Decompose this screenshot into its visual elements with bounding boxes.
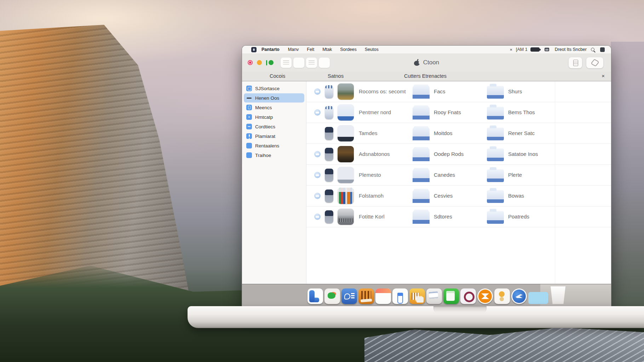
zoom-window-button[interactable] bbox=[269, 60, 274, 65]
menu-bar: Pantarto ManvFeltMtakSordeesSeutos × [AM… bbox=[242, 46, 611, 54]
folder-icon[interactable] bbox=[487, 107, 504, 119]
finder-dock-icon[interactable] bbox=[307, 288, 323, 304]
icloud-status-icon bbox=[314, 172, 321, 178]
sidebar-item-label: Plamiarat bbox=[255, 134, 275, 139]
menubar-tray-text: Dreot Its Sncber bbox=[555, 47, 587, 52]
apple-logo-icon bbox=[414, 59, 420, 66]
file-row-tamdes[interactable]: TamdesMoitdosRener Satc bbox=[306, 123, 611, 144]
window-title-bar: Ctoon bbox=[242, 53, 611, 72]
battery-icon[interactable] bbox=[530, 47, 540, 52]
toolbar-segment-button-1[interactable] bbox=[281, 58, 292, 68]
trash-dock-icon[interactable] bbox=[550, 286, 567, 304]
list-view-button[interactable] bbox=[569, 57, 582, 68]
close-window-button[interactable] bbox=[248, 60, 253, 65]
folder-icon[interactable] bbox=[413, 126, 430, 140]
control-center-icon[interactable] bbox=[600, 47, 605, 52]
menu-felt[interactable]: Felt bbox=[307, 47, 314, 52]
sidebar-mark-icon bbox=[246, 133, 252, 139]
toolbar-segment-button-4[interactable] bbox=[319, 58, 330, 68]
desktop-strip bbox=[242, 284, 611, 306]
menu-mtak[interactable]: Mtak bbox=[322, 47, 332, 52]
sidebar-item-henen-oos[interactable]: Henen Oos bbox=[244, 93, 304, 103]
folder-label: Rener Satc bbox=[508, 130, 535, 136]
column-header-3[interactable]: Cutters Etrenactes bbox=[404, 73, 447, 79]
folder-icon[interactable] bbox=[413, 189, 430, 203]
file-name: Adsnabtonos bbox=[359, 151, 390, 157]
folder-icon[interactable] bbox=[487, 128, 504, 140]
file-thumbnail bbox=[338, 209, 354, 225]
search-icon[interactable] bbox=[591, 47, 595, 52]
file-row-plemesto[interactable]: PlemestoCanedesPlerte bbox=[306, 165, 611, 186]
folder-icon[interactable] bbox=[413, 168, 430, 182]
folder-icon[interactable] bbox=[487, 148, 504, 161]
file-row-pentmer-nord[interactable]: Pentmer nordRooy FnatsBems Thos bbox=[306, 102, 611, 123]
file-name: Fotitte Korl bbox=[359, 214, 385, 220]
docs-dock-icon[interactable] bbox=[392, 288, 408, 304]
menu-seutos[interactable]: Seutos bbox=[365, 47, 379, 52]
folder-label: Oodep Rods bbox=[434, 151, 464, 157]
column-header-2[interactable]: Satnos bbox=[328, 73, 344, 79]
canister-icon bbox=[325, 210, 333, 223]
swatch-dock-icon[interactable] bbox=[528, 292, 548, 304]
mail-dock-icon[interactable] bbox=[426, 288, 442, 304]
sidebar-plain-icon bbox=[246, 152, 252, 158]
sidebar-item-meencs[interactable]: Meencs bbox=[244, 103, 304, 112]
contacts-dock-icon[interactable] bbox=[494, 288, 510, 304]
folder-icon[interactable] bbox=[413, 210, 430, 224]
folder-icon[interactable] bbox=[487, 211, 504, 224]
sidebar-item-rentaalens[interactable]: Rentaalens bbox=[244, 141, 304, 150]
toolbar-segment-button-2[interactable] bbox=[293, 58, 304, 68]
display-menu-icon[interactable] bbox=[545, 48, 549, 51]
sidebar-dot-icon bbox=[246, 114, 252, 120]
file-row-fotitte-korl[interactable]: Fotitte KorlSdtoresPoatreds bbox=[306, 206, 611, 227]
folder-icon[interactable] bbox=[413, 105, 430, 119]
file-row-rocorns-os-secomt[interactable]: Rocorns os: secomtFacsShurs bbox=[306, 81, 611, 102]
sidebar-item-cordtiecs[interactable]: Cordtiecs bbox=[244, 122, 304, 131]
sidebar-item-label: Traihoe bbox=[255, 153, 271, 158]
browser-dock-icon[interactable] bbox=[511, 288, 527, 304]
folder-label: Satatoe Inos bbox=[508, 151, 538, 157]
folder-label: Bems Thos bbox=[508, 109, 535, 115]
sidebar-item-sjsortasce[interactable]: SJSortasce bbox=[244, 84, 304, 93]
menu-items: ManvFeltMtakSordeesSeutos bbox=[288, 47, 387, 52]
file-thumbnail bbox=[338, 167, 354, 183]
menu-sordees[interactable]: Sordees bbox=[340, 47, 357, 52]
file-name: Plemesto bbox=[359, 172, 381, 178]
sidebar-item-label: Rentaalens bbox=[255, 143, 279, 148]
calendar-dock-icon[interactable] bbox=[375, 288, 391, 304]
desktop-scene: Pantarto ManvFeltMtakSordeesSeutos × [AM… bbox=[0, 0, 644, 362]
file-thumbnail bbox=[338, 125, 354, 141]
header-close-icon[interactable]: × bbox=[602, 73, 605, 79]
menubar-close-icon[interactable]: × bbox=[510, 47, 512, 52]
music-dock-icon[interactable] bbox=[477, 288, 493, 304]
camera-dock-icon[interactable] bbox=[460, 288, 476, 304]
notes-dock-icon[interactable] bbox=[443, 288, 459, 304]
media-dock-icon[interactable] bbox=[341, 288, 357, 304]
sidebar-dash-icon bbox=[246, 124, 252, 129]
file-name: Tamdes bbox=[359, 130, 378, 136]
books-dock-icon[interactable] bbox=[358, 288, 374, 304]
sidebar-item-traihoe[interactable]: Traihoe bbox=[244, 151, 304, 160]
canister-icon bbox=[325, 148, 333, 161]
folder-icon[interactable] bbox=[487, 169, 504, 182]
folder-icon[interactable] bbox=[413, 84, 430, 99]
file-row-adsnabtonos[interactable]: AdsnabtonosOodep RodsSatatoe Inos bbox=[306, 144, 611, 165]
sidebar-item-label: Henen Oos bbox=[255, 95, 279, 101]
menu-manv[interactable]: Manv bbox=[288, 47, 299, 52]
sidebar-item-plamiarat[interactable]: Plamiarat bbox=[244, 132, 304, 141]
photos-dock-icon[interactable] bbox=[409, 288, 425, 304]
folder-icon[interactable] bbox=[413, 147, 430, 161]
folder-icon[interactable] bbox=[487, 86, 504, 99]
toolbar-segment-button-3[interactable] bbox=[306, 58, 317, 68]
maps-dock-icon[interactable] bbox=[324, 288, 340, 304]
sidebar-grid-icon bbox=[246, 86, 252, 91]
file-row-folstamoh[interactable]: FolstamohCesviesBowas bbox=[306, 186, 611, 206]
folder-icon[interactable] bbox=[487, 190, 504, 203]
minimize-window-button[interactable] bbox=[257, 60, 262, 65]
sidebar-plain-icon bbox=[246, 143, 252, 148]
tag-edit-button[interactable] bbox=[586, 57, 603, 68]
apple-menu-icon[interactable] bbox=[251, 47, 257, 52]
app-menu-name[interactable]: Pantarto bbox=[261, 47, 280, 52]
column-header-1[interactable]: Cocois bbox=[270, 73, 285, 79]
sidebar-item-hmtcatp[interactable]: Hmtcatp bbox=[244, 112, 304, 122]
